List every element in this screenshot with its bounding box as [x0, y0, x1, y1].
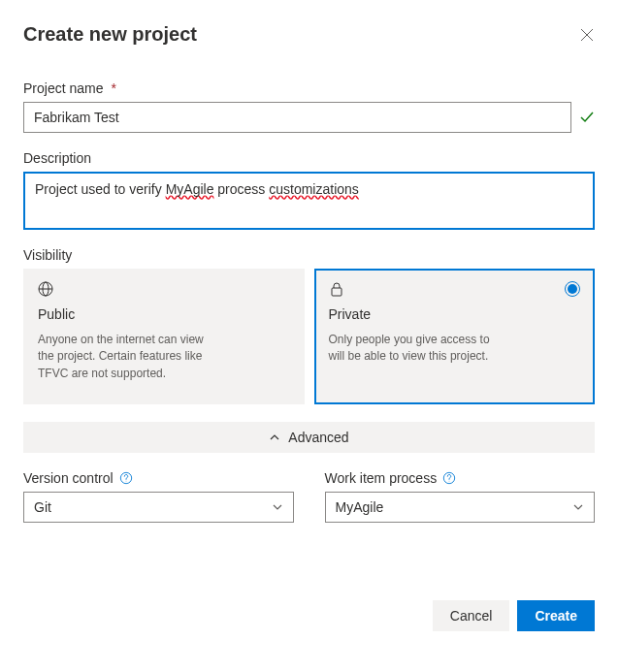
cancel-button[interactable]: Cancel [433, 600, 510, 631]
close-icon[interactable] [579, 27, 595, 43]
required-marker: * [111, 80, 115, 96]
visibility-option-title: Public [38, 306, 290, 322]
dialog-title: Create new project [23, 23, 197, 46]
work-item-process-value: MyAgile [336, 499, 384, 515]
help-icon[interactable] [119, 471, 133, 485]
create-button[interactable]: Create [517, 600, 595, 631]
work-item-process-label: Work item process [325, 470, 438, 486]
advanced-label: Advanced [288, 430, 348, 445]
visibility-option-public[interactable]: Public Anyone on the internet can view t… [23, 269, 305, 404]
visibility-option-private[interactable]: Private Only people you give access to w… [314, 269, 596, 404]
svg-point-7 [125, 481, 126, 482]
radio-selected-icon [565, 281, 580, 297]
visibility-option-title: Private [329, 306, 581, 322]
description-label: Description [23, 150, 91, 166]
globe-icon [38, 281, 53, 297]
svg-rect-5 [332, 288, 342, 296]
visibility-option-desc: Anyone on the internet can view the proj… [38, 332, 212, 382]
visibility-group: Public Anyone on the internet can view t… [23, 269, 595, 404]
project-name-label: Project name [23, 80, 103, 96]
advanced-toggle[interactable]: Advanced [23, 422, 595, 453]
version-control-select[interactable]: Git [23, 492, 294, 523]
chevron-down-icon [572, 501, 584, 513]
svg-point-9 [449, 481, 450, 482]
lock-icon [329, 281, 344, 297]
chevron-up-icon [269, 432, 280, 443]
visibility-label: Visibility [23, 247, 72, 263]
version-control-value: Git [34, 499, 51, 515]
chevron-down-icon [272, 501, 283, 513]
project-name-input[interactable] [23, 102, 571, 133]
visibility-option-desc: Only people you give access to will be a… [329, 332, 504, 366]
check-icon [579, 110, 595, 125]
version-control-label: Version control [23, 470, 114, 486]
help-icon[interactable] [442, 471, 456, 485]
work-item-process-select[interactable]: MyAgile [325, 492, 596, 523]
description-input[interactable]: Project used to verify MyAgile process c… [23, 172, 595, 230]
